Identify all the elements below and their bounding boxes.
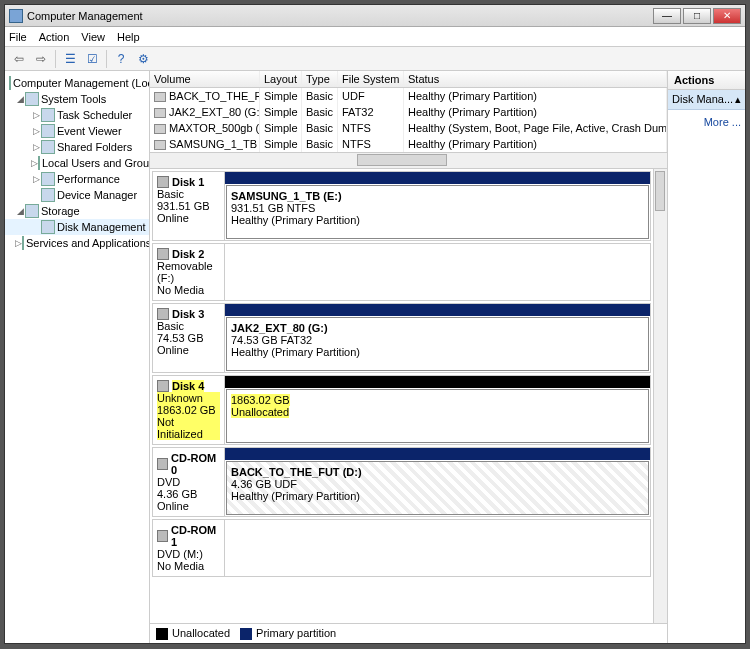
- back-button[interactable]: ⇦: [9, 49, 29, 69]
- maximize-button[interactable]: □: [683, 8, 711, 24]
- mmc-icon: [9, 76, 11, 90]
- disk-partitions: 1863.02 GBUnallocated: [225, 376, 650, 444]
- disk-info[interactable]: CD-ROM 0 DVD 4.36 GB Online: [153, 448, 225, 516]
- disk-info[interactable]: Disk 1 Basic 931.51 GB Online: [153, 172, 225, 240]
- actions-pane: Actions Disk Mana...▴ More ...: [667, 71, 745, 643]
- disk-info[interactable]: Disk 2 Removable (F:) No Media: [153, 244, 225, 300]
- actions-header: Actions: [668, 71, 745, 90]
- disk-partitions: BACK_TO_THE_FUT (D:)4.36 GB UDFHealthy (…: [225, 448, 650, 516]
- help-button[interactable]: ?: [111, 49, 131, 69]
- tree-event-viewer[interactable]: Event Viewer: [57, 125, 122, 137]
- drive-icon: [157, 458, 168, 470]
- minimize-button[interactable]: —: [653, 8, 681, 24]
- tree-performance[interactable]: Performance: [57, 173, 120, 185]
- app-window: Computer Management — □ ✕ File Action Vi…: [4, 4, 746, 644]
- tree-task-scheduler[interactable]: Task Scheduler: [57, 109, 132, 121]
- center-pane: Volume Layout Type File System Status BA…: [150, 71, 667, 643]
- tree-storage[interactable]: Storage: [41, 205, 80, 217]
- menu-action[interactable]: Action: [39, 31, 70, 43]
- volume-row[interactable]: JAK2_EXT_80 (G:)SimpleBasicFAT32Healthy …: [150, 104, 667, 120]
- disk-info[interactable]: CD-ROM 1 DVD (M:) No Media: [153, 520, 225, 576]
- volume-icon: [154, 124, 166, 134]
- legend-unallocated-swatch: [156, 628, 168, 640]
- close-button[interactable]: ✕: [713, 8, 741, 24]
- storage-icon: [25, 204, 39, 218]
- tree-services[interactable]: Services and Applications: [26, 237, 150, 249]
- volume-row[interactable]: BACK_TO_THE_FUT (D:)SimpleBasicUDFHealth…: [150, 88, 667, 104]
- tree-device-manager[interactable]: Device Manager: [57, 189, 137, 201]
- col-layout[interactable]: Layout: [260, 71, 302, 87]
- tools-icon: [25, 92, 39, 106]
- partition-bar: [225, 172, 650, 184]
- menu-help[interactable]: Help: [117, 31, 140, 43]
- nav-tree[interactable]: Computer Management (Local ◢System Tools…: [5, 71, 150, 643]
- drive-icon: [157, 176, 169, 188]
- partition-box[interactable]: SAMSUNG_1_TB (E:)931.51 GB NTFSHealthy (…: [226, 185, 649, 239]
- volume-icon: [154, 92, 166, 102]
- disk-info[interactable]: Disk 3 Basic 74.53 GB Online: [153, 304, 225, 372]
- disk-graphical-view[interactable]: Disk 1 Basic 931.51 GB OnlineSAMSUNG_1_T…: [150, 169, 667, 623]
- collapse-icon[interactable]: ▴: [735, 93, 741, 106]
- event-icon: [41, 124, 55, 138]
- disk-row[interactable]: Disk 3 Basic 74.53 GB OnlineJAK2_EXT_80 …: [152, 303, 651, 373]
- col-status[interactable]: Status: [404, 71, 667, 87]
- users-icon: [38, 156, 40, 170]
- legend-primary: Primary partition: [256, 627, 336, 639]
- drive-icon: [157, 248, 169, 260]
- partition-bar: [225, 376, 650, 388]
- volume-list[interactable]: Volume Layout Type File System Status BA…: [150, 71, 667, 169]
- disk-row[interactable]: CD-ROM 1 DVD (M:) No Media: [152, 519, 651, 577]
- disk-row[interactable]: CD-ROM 0 DVD 4.36 GB OnlineBACK_TO_THE_F…: [152, 447, 651, 517]
- partition-bar: [225, 448, 650, 460]
- services-icon: [22, 236, 24, 250]
- vertical-scrollbar[interactable]: [653, 169, 667, 623]
- titlebar[interactable]: Computer Management — □ ✕: [5, 5, 745, 27]
- volume-icon: [154, 108, 166, 118]
- menu-view[interactable]: View: [81, 31, 105, 43]
- menubar: File Action View Help: [5, 27, 745, 47]
- horizontal-scrollbar[interactable]: [150, 152, 667, 168]
- disk-row[interactable]: Disk 1 Basic 931.51 GB OnlineSAMSUNG_1_T…: [152, 171, 651, 241]
- properties-button[interactable]: ☑: [82, 49, 102, 69]
- disk-info[interactable]: Disk 4 Unknown 1863.02 GB Not Initialize…: [153, 376, 225, 444]
- col-volume[interactable]: Volume: [150, 71, 260, 87]
- disk-partitions: JAK2_EXT_80 (G:)74.53 GB FAT32Healthy (P…: [225, 304, 650, 372]
- disk-partitions: SAMSUNG_1_TB (E:)931.51 GB NTFSHealthy (…: [225, 172, 650, 240]
- actions-section[interactable]: Disk Mana...▴: [668, 90, 745, 110]
- menu-file[interactable]: File: [9, 31, 27, 43]
- perf-icon: [41, 172, 55, 186]
- partition-bar: [225, 304, 650, 316]
- toolbar: ⇦ ⇨ ☰ ☑ ? ⚙: [5, 47, 745, 71]
- volume-row[interactable]: MAXTOR_500gb (C:)SimpleBasicNTFSHealthy …: [150, 120, 667, 136]
- tree-disk-management[interactable]: Disk Management: [57, 221, 146, 233]
- legend-primary-swatch: [240, 628, 252, 640]
- volume-icon: [154, 140, 166, 150]
- volume-row[interactable]: SAMSUNG_1_TB (E:)SimpleBasicNTFSHealthy …: [150, 136, 667, 152]
- partition-box[interactable]: JAK2_EXT_80 (G:)74.53 GB FAT32Healthy (P…: [226, 317, 649, 371]
- disk-row[interactable]: Disk 2 Removable (F:) No Media: [152, 243, 651, 301]
- forward-button[interactable]: ⇨: [31, 49, 51, 69]
- device-icon: [41, 188, 55, 202]
- app-icon: [9, 9, 23, 23]
- window-title: Computer Management: [27, 10, 653, 22]
- volume-header[interactable]: Volume Layout Type File System Status: [150, 71, 667, 88]
- partition-box[interactable]: 1863.02 GBUnallocated: [226, 389, 649, 443]
- disk-partitions: [225, 520, 650, 576]
- disk-partitions: [225, 244, 650, 300]
- drive-icon: [157, 530, 168, 542]
- tree-local-users[interactable]: Local Users and Groups: [42, 157, 150, 169]
- tree-root[interactable]: Computer Management (Local: [13, 77, 150, 89]
- tree-shared-folders[interactable]: Shared Folders: [57, 141, 132, 153]
- legend-unallocated: Unallocated: [172, 627, 230, 639]
- legend: Unallocated Primary partition: [150, 623, 667, 643]
- disk-row[interactable]: Disk 4 Unknown 1863.02 GB Not Initialize…: [152, 375, 651, 445]
- refresh-button[interactable]: ☰: [60, 49, 80, 69]
- actions-more[interactable]: More ...: [668, 110, 745, 134]
- disk-icon: [41, 220, 55, 234]
- drive-icon: [157, 308, 169, 320]
- partition-box[interactable]: BACK_TO_THE_FUT (D:)4.36 GB UDFHealthy (…: [226, 461, 649, 515]
- settings-button[interactable]: ⚙: [133, 49, 153, 69]
- tree-system-tools[interactable]: System Tools: [41, 93, 106, 105]
- col-type[interactable]: Type: [302, 71, 338, 87]
- col-filesystem[interactable]: File System: [338, 71, 404, 87]
